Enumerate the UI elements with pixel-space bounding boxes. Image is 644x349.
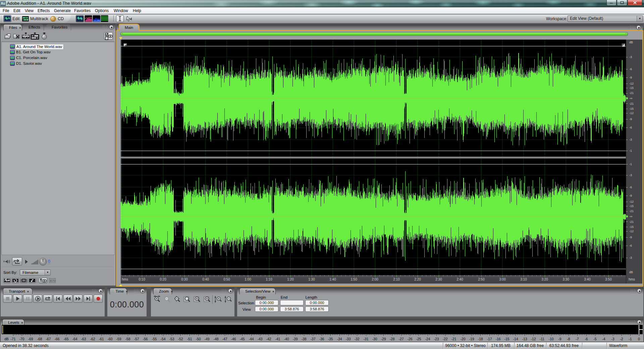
svg-text:c:\>: c:\> [50,279,56,282]
